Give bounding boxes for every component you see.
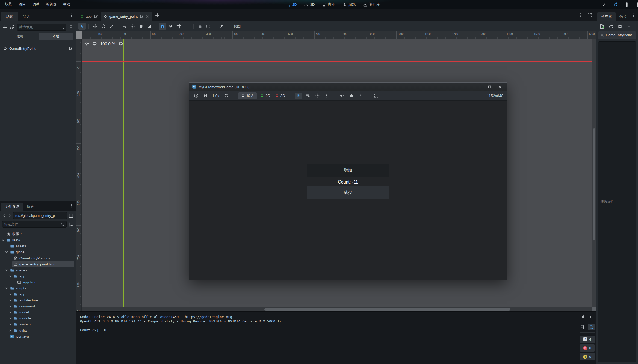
rotate-tool-button[interactable] — [100, 23, 107, 30]
filesystem-item[interactable]: system — [0, 321, 76, 327]
filesystem-item[interactable]: game_entry_point.tscn — [0, 261, 76, 267]
collapse-duplicates-button[interactable] — [580, 324, 585, 330]
canvas-h-scrollbar[interactable] — [82, 307, 592, 311]
warning-count-badge[interactable]: ! 0 — [580, 353, 595, 360]
scene-tree-root-node[interactable]: GameEntryPoint — [0, 45, 76, 52]
menubar-menu[interactable]: 编辑器 — [43, 0, 60, 9]
smart-snap-button[interactable] — [159, 23, 166, 30]
save-resource-icon[interactable] — [618, 24, 622, 29]
dock-menu-icon[interactable] — [69, 13, 74, 17]
chevron-right-icon[interactable] — [8, 298, 12, 302]
filesystem-item[interactable]: model — [0, 309, 76, 315]
error-count-badge[interactable]: × 0 — [580, 344, 595, 352]
scale-tool-button[interactable] — [108, 23, 115, 30]
ruler-tool-button[interactable] — [146, 23, 153, 30]
scene-tab-game-entry-point[interactable]: game_entry_point — [101, 12, 152, 21]
new-resource-icon[interactable] — [599, 24, 604, 29]
scene-tree-menu-icon[interactable] — [68, 25, 74, 30]
snap-options-button[interactable] — [175, 23, 182, 30]
game-window-titlebar[interactable]: MyGFrameworkGame (DEBUG) — [189, 83, 507, 91]
attached-script-icon[interactable] — [69, 46, 73, 51]
filesystem-item[interactable]: app.tscn — [0, 279, 76, 285]
chevron-right-icon[interactable] — [8, 328, 12, 332]
next-frame-button[interactable] — [202, 93, 209, 99]
filesystem-item[interactable]: scenes — [0, 267, 76, 273]
list-select-button[interactable] — [121, 23, 128, 30]
workspace-脚本[interactable]: 脚本 — [322, 2, 335, 7]
close-tab-icon[interactable] — [146, 15, 149, 18]
filesystem-item[interactable]: res:// — [0, 237, 76, 243]
speed-multiplier[interactable]: 1.0x — [211, 94, 220, 98]
filesystem-item[interactable]: command — [0, 303, 76, 309]
snapping-menu-icon[interactable] — [183, 23, 191, 30]
decrease-button[interactable]: 减少 — [307, 186, 389, 199]
workspace-3D[interactable]: 3D — [304, 2, 315, 7]
v-scroll-thumb[interactable] — [593, 128, 595, 240]
group-node-button[interactable] — [205, 23, 212, 30]
chevron-down-icon[interactable] — [5, 286, 9, 290]
menubar-menu[interactable]: 调试 — [29, 0, 43, 9]
edited-object-row[interactable]: GameEntryPoint. — [598, 31, 636, 39]
reset-speed-button[interactable] — [223, 93, 230, 99]
lock-node-button[interactable] — [196, 23, 204, 30]
remote-tab[interactable]: 远程 — [3, 33, 37, 40]
chevron-down-icon[interactable] — [5, 250, 9, 254]
scene-tab-app[interactable]: app — [77, 12, 101, 21]
pick-node-button[interactable] — [295, 93, 302, 99]
filesystem-item[interactable]: app — [0, 273, 76, 279]
tab-inspector[interactable]: 检查器 — [597, 12, 616, 21]
grid-snap-button[interactable] — [167, 23, 174, 30]
debug-paint-button[interactable] — [348, 93, 355, 99]
filter-files-input[interactable]: 筛选文件 — [2, 221, 67, 228]
zoom-percent[interactable]: 100.0 % — [100, 41, 115, 46]
increase-button[interactable]: 增加 — [307, 164, 389, 177]
filesystem-item[interactable]: app — [0, 291, 76, 297]
filesystem-item[interactable]: global — [0, 249, 76, 255]
workspace-2D[interactable]: 2D — [286, 2, 297, 7]
tab-scene-dock[interactable]: 场景 — [1, 12, 18, 21]
filesystem-item[interactable]: 收藏： — [0, 231, 76, 237]
inspector-menu-icon[interactable] — [627, 24, 631, 29]
search-output-button[interactable] — [588, 324, 595, 330]
tab-history[interactable]: 历史 — [23, 203, 38, 211]
menubar-menu[interactable]: 帮助 — [60, 0, 73, 9]
maximize-button[interactable] — [485, 84, 494, 90]
filesystem-item[interactable]: assets — [0, 243, 76, 249]
debug-options-icon[interactable] — [357, 93, 364, 99]
zoom-in-icon[interactable] — [119, 41, 123, 46]
clear-output-button[interactable] — [580, 314, 586, 319]
filesystem-item[interactable]: GameEntryPoint.cs — [0, 255, 76, 261]
reload-scene-icon[interactable] — [613, 2, 618, 7]
menubar-menu[interactable]: 项目 — [15, 0, 29, 9]
tab-import-dock[interactable]: 导入 — [18, 12, 35, 21]
debug-3d-toggle[interactable]: 3D — [274, 94, 286, 98]
pause-game-button[interactable] — [193, 93, 200, 99]
center-view-icon[interactable] — [84, 41, 89, 46]
filesystem-item[interactable]: utility — [0, 327, 76, 333]
chevron-right-icon[interactable] — [8, 316, 12, 320]
pan-tool-button[interactable] — [137, 23, 145, 30]
chevron-down-icon[interactable] — [8, 274, 12, 278]
message-count-badge[interactable]: ! 4 — [580, 336, 595, 343]
select-tool-button[interactable] — [78, 23, 86, 30]
dock-menu-icon[interactable] — [69, 203, 74, 208]
distraction-free-icon[interactable] — [587, 13, 592, 17]
current-path-field[interactable]: res://global/game_entry_p — [13, 212, 67, 219]
embed-fullscreen-button[interactable] — [373, 93, 380, 99]
nav-forward-icon[interactable] — [8, 214, 12, 218]
zoom-out-icon[interactable] — [92, 41, 97, 46]
filter-nodes-input[interactable]: 筛选节点 — [17, 24, 66, 31]
input-mode-button[interactable]: 输入 — [238, 92, 257, 99]
chevron-right-icon[interactable] — [8, 310, 12, 314]
sort-files-icon[interactable] — [68, 222, 74, 227]
menubar-menu[interactable]: 场景 — [2, 0, 15, 9]
toggle-split-mode-icon[interactable] — [68, 213, 74, 218]
stop-game-icon-clipped[interactable] — [636, 2, 638, 7]
mute-audio-button[interactable] — [338, 93, 345, 99]
workspace-资产库[interactable]: 资产库 — [363, 2, 380, 7]
workspace-游戏[interactable]: 游戏 — [342, 2, 356, 7]
skeleton-options-button[interactable] — [218, 23, 225, 30]
selection-options-icon[interactable] — [323, 93, 330, 99]
new-scene-tab-button[interactable] — [155, 13, 160, 18]
tab-signals[interactable]: 信号 — [616, 12, 630, 21]
